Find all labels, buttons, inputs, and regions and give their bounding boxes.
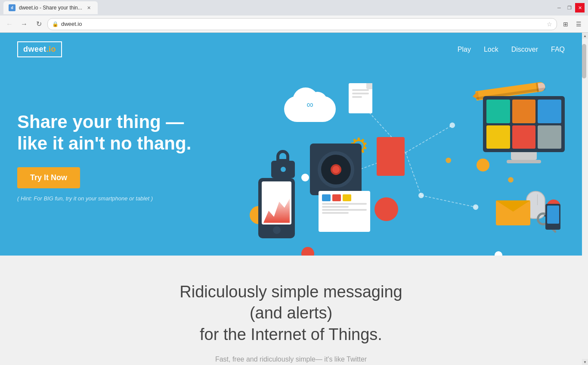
nav-faq[interactable]: FAQ (551, 46, 565, 53)
red-device-icon (377, 137, 405, 176)
logo-text: dweet (23, 45, 46, 53)
nav-lock[interactable]: Lock (484, 46, 498, 53)
minimize-button[interactable]: ─ (554, 3, 564, 12)
svg-line-3 (421, 195, 476, 207)
bookmark-icon[interactable]: ☆ (547, 21, 552, 28)
svg-point-7 (418, 193, 424, 198)
svg-point-11 (508, 177, 514, 183)
svg-point-9 (473, 204, 479, 210)
red-circle-large (374, 197, 398, 221)
envelope-icon (496, 200, 530, 225)
browser-frame: d dweet.io - Share your thin... ✕ ─ ❐ ✕ … (0, 0, 588, 365)
svg-point-6 (449, 122, 455, 128)
hard-drive-icon (310, 144, 362, 195)
forward-button[interactable]: → (18, 18, 30, 30)
monitor-icon (483, 96, 565, 163)
white-circle-1 (301, 174, 309, 181)
yellow-circle-2 (477, 159, 489, 172)
svg-point-10 (446, 158, 451, 163)
address-bar: ← → ↻ 🔒 dweet.io ☆ ⊞ ☰ (0, 16, 588, 33)
lock-padlock-icon (271, 150, 295, 178)
hero-nav: dweet.io Play Lock Discover FAQ (0, 33, 582, 66)
title-bar: d dweet.io - Share your thin... ✕ ─ ❐ ✕ (0, 0, 588, 16)
scrollbar-thumb[interactable] (582, 44, 586, 78)
toolbar-buttons: ⊞ ☰ (560, 18, 585, 30)
smartphone-icon (258, 178, 295, 238)
hero-left: Share your thing —like it ain't no thang… (17, 111, 215, 202)
extensions-button[interactable]: ⊞ (560, 18, 572, 30)
url-text: dweet.io (61, 21, 544, 27)
tab-title: dweet.io - Share your thin... (19, 5, 82, 11)
back-button[interactable]: ← (3, 18, 15, 30)
scroll-down-arrow[interactable]: ▼ (582, 359, 588, 365)
nav-play[interactable]: Play (458, 46, 471, 53)
window-controls: ─ ❐ ✕ (554, 3, 585, 12)
restore-button[interactable]: ❐ (565, 3, 574, 12)
cloud-icon: ∞ (284, 87, 336, 122)
below-hero-section: Ridiculously simple messaging(and alerts… (0, 256, 582, 365)
hero-hint: ( Hint: For BIG fun, try it on your smar… (17, 195, 215, 202)
document-icon (349, 83, 372, 113)
infinity-symbol: ∞ (306, 99, 313, 110)
tab-favicon: d (9, 4, 15, 11)
tab-close-button[interactable]: ✕ (86, 4, 93, 11)
scrollbar[interactable]: ▲ ▼ (582, 33, 588, 365)
menu-button[interactable]: ☰ (573, 18, 585, 30)
address-bar-input[interactable]: 🔒 dweet.io ☆ (47, 18, 557, 30)
site-logo[interactable]: dweet.io (17, 41, 62, 57)
refresh-button[interactable]: ↻ (33, 18, 45, 30)
tagline-text: Ridiculously simple messaging(and alerts… (17, 281, 565, 345)
white-circle-2 (495, 251, 502, 256)
svg-line-2 (405, 153, 421, 196)
scrollbar-track[interactable] (582, 39, 588, 359)
close-button[interactable]: ✕ (575, 3, 585, 12)
hero-section: dweet.io Play Lock Discover FAQ Share yo… (0, 33, 582, 256)
tagline-subtext: Fast, free and ridiculously simple— it's… (17, 354, 565, 365)
nav-discover[interactable]: Discover (511, 46, 538, 53)
nav-links: Play Lock Discover FAQ (458, 46, 565, 53)
iot-illustration: ∞ (215, 75, 565, 238)
browser-tab[interactable]: d dweet.io - Share your thin... ✕ (3, 1, 98, 14)
page-content: dweet.io Play Lock Discover FAQ Share yo… (0, 33, 582, 365)
newspaper-icon (319, 191, 370, 232)
content-area: dweet.io Play Lock Discover FAQ Share yo… (0, 33, 588, 365)
try-it-now-button[interactable]: Try It Now (17, 167, 80, 188)
hero-body: Share your thing —like it ain't no thang… (0, 66, 582, 256)
small-tablet-icon (545, 204, 560, 230)
lock-icon: 🔒 (52, 21, 59, 27)
red-circle-small-1 (301, 247, 314, 256)
scroll-up-arrow[interactable]: ▲ (582, 33, 588, 39)
logo-tld: .io (46, 45, 56, 53)
favicon-letter: d (11, 6, 13, 10)
svg-line-1 (405, 125, 452, 153)
hero-headline: Share your thing —like it ain't no thang… (17, 111, 215, 155)
